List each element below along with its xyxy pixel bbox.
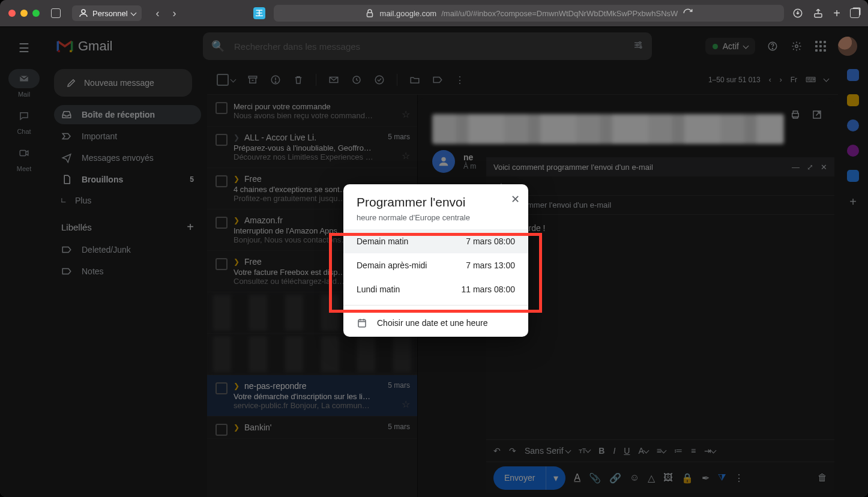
dialog-title: Programmer l'envoi	[357, 195, 515, 209]
window-controls[interactable]	[8, 10, 40, 17]
minimize-window-icon[interactable]	[20, 10, 28, 17]
share-icon[interactable]	[813, 8, 824, 19]
tabs-overview-icon[interactable]	[850, 8, 860, 18]
url-path: /mail/u/0/#inbox?compose=DmwnWtDqNrWbDtM…	[441, 9, 678, 18]
schedule-option[interactable]: Lundi matin 11 mars 08:00	[343, 277, 528, 301]
option-time: 7 mars 13:00	[466, 261, 515, 270]
download-icon[interactable]	[792, 8, 803, 19]
url-bar[interactable]: mail.google.com/mail/u/0/#inbox?compose=…	[274, 5, 785, 22]
reload-icon[interactable]	[683, 8, 693, 19]
lock-icon	[364, 8, 375, 19]
calendar-icon	[357, 318, 367, 328]
option-time: 11 mars 08:00	[462, 285, 516, 294]
url-domain: mail.google.com	[380, 9, 437, 18]
browser-profile-pill[interactable]: Personnel	[72, 5, 142, 21]
schedule-option[interactable]: Demain matin 7 mars 08:00	[343, 229, 528, 253]
svg-rect-1	[367, 13, 372, 17]
new-tab-icon[interactable]: +	[833, 7, 840, 20]
dialog-close-icon[interactable]: ✕	[511, 193, 520, 206]
extension-icon[interactable]: 王	[253, 7, 265, 19]
chevron-down-icon	[131, 9, 136, 18]
svg-rect-3	[815, 14, 822, 17]
schedule-option[interactable]: Demain après-midi 7 mars 13:00	[343, 253, 528, 277]
sidebar-toggle-icon[interactable]	[48, 7, 64, 20]
option-label: Demain matin	[357, 236, 408, 246]
forward-button[interactable]: ›	[167, 7, 182, 20]
svg-point-0	[82, 10, 85, 13]
option-label: Demain après-midi	[357, 261, 427, 270]
option-time: 7 mars 08:00	[466, 236, 515, 246]
dialog-subtitle: heure normale d'Europe centrale	[343, 211, 528, 229]
browser-toolbar: Personnel ‹ › 王 mail.google.com/mail/u/0…	[0, 0, 868, 27]
browser-profile-label: Personnel	[92, 9, 128, 18]
option-label: Lundi matin	[357, 285, 400, 294]
svg-rect-20	[358, 320, 366, 327]
fullscreen-window-icon[interactable]	[32, 10, 40, 17]
schedule-send-dialog: Programmer l'envoi ✕ heure normale d'Eur…	[343, 184, 528, 337]
close-window-icon[interactable]	[8, 10, 16, 17]
schedule-custom[interactable]: Choisir une date et une heure	[343, 309, 528, 337]
back-button[interactable]: ‹	[150, 7, 166, 20]
custom-label: Choisir une date et une heure	[377, 318, 487, 328]
